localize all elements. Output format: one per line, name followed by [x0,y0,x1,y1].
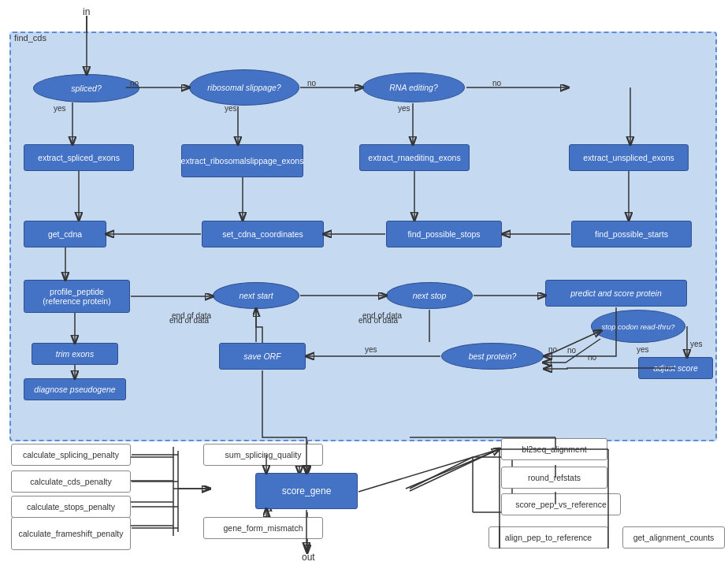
node-extract-spliced-exons: extract_spliced_exons [24,144,134,171]
node-trim-exons: trim exons [32,343,118,365]
node-ribosomal-slippage: ribosomal slippage? [189,69,299,106]
node-calculate-splicing-penalty: calculate_splicing_penalty [11,444,131,466]
node-next-stop: next stop [386,282,473,309]
node-score-gene: score_gene [255,473,358,509]
node-best-protein: best protein? [441,343,544,370]
node-calculate-cds-penalty: calculate_cds_penalty [11,470,131,493]
label-end-of-data-1: end of data [172,311,211,320]
label-end-of-data-2: end of data [362,311,402,320]
node-find-possible-stops: find_possible_stops [386,221,502,247]
node-round-refstats: round_refstats [501,467,607,489]
node-save-orf: save ORF [219,343,306,370]
node-calculate-frameshift-penalty: calculate_frameshift_penalty [11,517,131,550]
node-get-alignment-counts: get_alignment_counts [622,526,725,549]
node-diagnose-pseudogene: diagnose pseudogene [24,378,126,400]
node-get-cdna: get_cdna [24,221,106,247]
label-stop-codon-yes: yes [637,345,649,354]
in-label: in [83,6,90,17]
node-find-possible-starts: find_possible_starts [571,221,692,247]
svg-line-86 [410,449,499,491]
out-label: out [302,552,315,563]
node-extract-rnaediting-exons: extract_rnaediting_exons [359,144,470,171]
node-spliced: spliced? [33,74,139,102]
diagram-container: in find_cds spliced? ribosomal slippage?… [0,0,728,569]
node-bl2seq-alignment: bl2seq_alignment [501,438,607,460]
node-sum-splicing-quality: sum_splicing_quality [203,444,323,466]
node-next-start: next start [213,282,299,309]
svg-line-78 [406,449,500,489]
node-align-pep-to-reference: align_pep_to_reference [488,526,608,549]
label-rna-no: no [492,79,501,87]
node-set-cdna-coordinates: set_cdna_coordinates [202,221,324,247]
label-rna-yes: yes [398,104,410,113]
node-score-pep-vs-reference: score_pep_vs_reference [501,493,621,515]
label-spliced-yes: yes [54,104,66,113]
label-stop-codon-no: no [588,353,596,362]
node-calculate-stops-penalty: calculate_stops_penalty [11,496,131,518]
label-best-protein-yes: yes [365,345,377,354]
label-best-protein-no: no [548,345,557,354]
node-predict-score-protein: predict and score protein [545,280,687,307]
node-extract-unspliced-exons: extract_unspliced_exons [569,144,689,171]
find-cds-label: find_cds [14,33,46,43]
node-profile-peptide: profile_peptide (reference protein) [24,280,130,313]
node-extract-ribosomalslippage-exons: extract_ribosomalslippage_exons [181,144,303,177]
label-ribosomal-no: no [307,79,316,87]
node-gene-form-mismatch: gene_form_mismatch [203,517,323,539]
node-stop-codon-readthru: stop codon read-thru? [591,310,685,343]
label-spliced-no: no [130,79,139,87]
node-rna-editing: RNA editing? [362,73,465,102]
svg-line-34 [410,457,473,489]
svg-line-85 [358,449,500,492]
label-ribosomal-yes: yes [225,104,237,113]
node-adjust-score: adjust score [638,357,713,379]
